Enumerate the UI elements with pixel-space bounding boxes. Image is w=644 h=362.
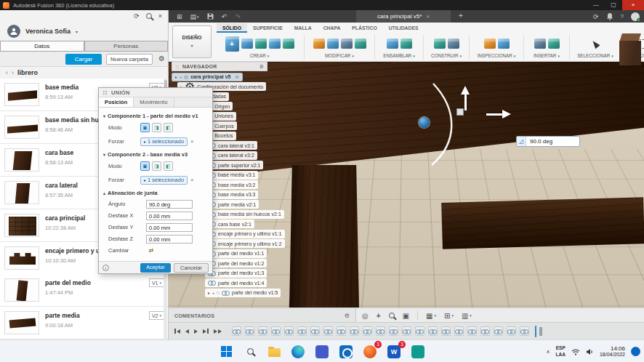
navigator-component[interactable]: parte del medio v1:1 [205, 249, 267, 258]
taskbar-clock[interactable]: 14:06 18/04/2022 [600, 345, 625, 358]
measure-icon[interactable] [484, 39, 496, 49]
navigator-component[interactable]: parte media v2:1 [205, 200, 259, 209]
visibility-icon[interactable]: ● [212, 291, 214, 295]
flip-icon[interactable]: ⇄ [146, 246, 156, 255]
navigator-component[interactable]: base media v3:3 [205, 190, 258, 199]
navigator-component[interactable]: parte del medio v1:3 [205, 269, 267, 278]
go-to-start-icon[interactable] [174, 329, 180, 334]
list-item[interactable]: parte media 9:00:18 AM V2▾ [0, 307, 168, 339]
outlook-icon[interactable] [337, 343, 355, 361]
timeline-joint-icon[interactable] [337, 326, 346, 336]
move-right-arrow[interactable] [486, 113, 502, 116]
mode-between-faces-button[interactable]: ◨ [152, 161, 161, 171]
offset-z-input[interactable]: 0.00 mm [146, 235, 193, 244]
wood-rail-board[interactable] [441, 197, 644, 249]
tab-chapa[interactable]: CHAPA [318, 23, 347, 33]
timeline-end-handle[interactable] [539, 327, 542, 336]
timeline-joint-icon[interactable] [441, 326, 451, 336]
display-settings-icon[interactable]: ▦▾ [426, 312, 436, 320]
tab-personas[interactable]: Personas [84, 41, 169, 52]
back-icon[interactable]: ‹ [6, 69, 8, 76]
data-panel-toggle-icon[interactable]: ⊞ [177, 13, 182, 20]
navigator-component[interactable]: parte del medio v1:2 [205, 259, 267, 268]
refresh-icon[interactable]: ⟳ [134, 12, 140, 20]
alignment-section-header[interactable]: ▴ Alineación de junta [103, 188, 208, 198]
gear-icon[interactable]: ⚙ [158, 55, 165, 63]
start-icon[interactable] [217, 343, 235, 361]
mode-simple-button[interactable]: ▣ [140, 123, 150, 132]
chevron-right-icon[interactable]: ▸ [208, 290, 210, 295]
timeline-joint-icon[interactable] [258, 326, 267, 336]
file-explorer-icon[interactable] [265, 343, 283, 361]
navigator-component[interactable]: parte superior v2:1 [205, 161, 263, 169]
visibility-icon[interactable]: ● [180, 75, 182, 79]
seleccionar-dropdown[interactable]: SELECCIONAR▾ [577, 53, 613, 58]
move-up-arrow[interactable] [464, 94, 467, 110]
move-right-arrow-head[interactable] [502, 110, 511, 118]
file-menu-icon[interactable]: ▤▾ [190, 13, 199, 20]
timeline-joint-icon[interactable] [480, 326, 490, 336]
tab-datos[interactable]: Datos [0, 41, 84, 52]
mode-between-faces-button[interactable]: ◨ [152, 123, 161, 132]
app-orange-icon[interactable]: 3 [361, 343, 379, 361]
go-to-end-icon[interactable] [214, 329, 222, 334]
timeline-joint-icon[interactable] [494, 326, 503, 336]
offset-y-input[interactable]: 0.00 mm [146, 223, 193, 232]
app-teal-icon[interactable] [409, 343, 427, 361]
tab-malla[interactable]: MALLA [289, 23, 318, 33]
timeline-joint-icon[interactable] [323, 326, 333, 336]
new-folder-button[interactable]: Nueva carpeta [106, 54, 153, 65]
timeline-joint-icon[interactable] [467, 326, 477, 336]
new-tab-button[interactable]: + [455, 10, 467, 23]
gear-icon[interactable]: ⚙ [259, 64, 264, 70]
insertar-dropdown[interactable]: INSERTAR▾ [534, 53, 560, 58]
drag-grip-icon[interactable] [175, 65, 180, 69]
step-back-icon[interactable] [185, 329, 189, 334]
floating-wood-cube[interactable] [619, 33, 641, 67]
angle-input[interactable]: 90.0 deg [146, 200, 193, 209]
drag-grip-icon[interactable] [102, 90, 108, 95]
navigator-document-row[interactable]: ▸ ● ▤ cara principal v5 ⊙ [172, 73, 243, 81]
ensamblar-dropdown[interactable]: ENSAMBLAR▾ [383, 53, 414, 58]
sweep-icon[interactable] [283, 39, 294, 49]
breadcrumb-folder[interactable]: librero [17, 69, 38, 76]
minimize-button[interactable]: — [587, 0, 605, 10]
cancel-button[interactable]: Cancelar [174, 263, 209, 273]
app-blue-icon[interactable] [313, 343, 331, 361]
create-sketch-icon[interactable] [225, 36, 239, 52]
clear-selection-icon[interactable]: × [190, 177, 194, 183]
timeline-joint-icon[interactable] [415, 326, 424, 336]
tab-utilidades[interactable]: UTILIDADES [383, 23, 424, 33]
clear-selection-icon[interactable]: × [190, 138, 194, 145]
angle-value[interactable]: 90.0 deg [526, 138, 552, 145]
timeline-joint-icon[interactable] [363, 326, 372, 336]
pan-icon[interactable]: + [377, 312, 381, 320]
combine-icon[interactable] [355, 39, 366, 49]
new-component-icon[interactable] [387, 39, 398, 49]
play-icon[interactable] [194, 329, 198, 334]
fit-view-icon[interactable]: ▣ [403, 312, 409, 320]
workspace-selector[interactable]: DISEÑO ▾ [172, 25, 212, 58]
upload-button[interactable]: Cargar [65, 54, 102, 65]
mode-simple-button[interactable]: ▣ [140, 161, 150, 171]
construir-dropdown[interactable]: CONSTRUIR▾ [431, 53, 462, 58]
navigator-component[interactable]: base media v3:2 [205, 180, 258, 189]
close-panel-icon[interactable]: × [158, 12, 162, 20]
viewport-3d[interactable]: ◿ 90.0 deg NAVEGADOR ⚙ ▸ ● ▤ cara princi… [169, 62, 644, 307]
timeline-joint-icon[interactable] [389, 326, 398, 336]
timeline-position-marker[interactable] [535, 326, 537, 337]
navigator-component[interactable]: base media v3:1 [205, 171, 258, 180]
mode-motion-button[interactable]: ◧ [164, 161, 173, 171]
volume-icon[interactable] [586, 345, 594, 358]
gear-icon[interactable]: ⚙ [345, 313, 350, 319]
timeline-joint-icon[interactable] [297, 326, 307, 336]
word-icon[interactable]: W3 [385, 343, 403, 361]
navigator-component[interactable]: parte del medio v1:4 [205, 278, 267, 287]
modificar-dropdown[interactable]: MODIFICAR▾ [325, 53, 354, 58]
version-badge[interactable]: V2▾ [149, 311, 164, 320]
insert-canvas-icon[interactable] [534, 39, 546, 49]
navigator-component[interactable]: encaje primero y ultimo v1:2 [205, 239, 285, 248]
document-tab[interactable]: cara principal v5* × [356, 10, 451, 23]
timeline-joint-icon[interactable] [245, 326, 254, 336]
info-icon[interactable]: i [102, 265, 109, 271]
